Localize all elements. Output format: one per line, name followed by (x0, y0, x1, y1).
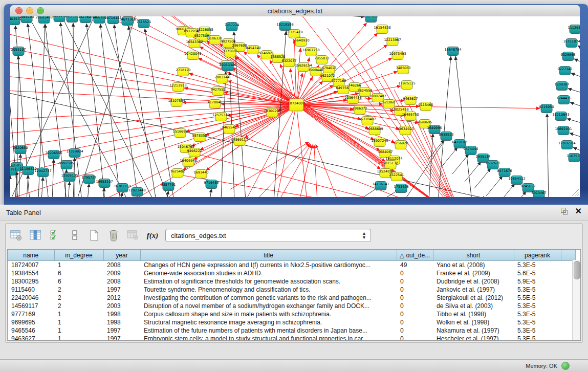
table-selector-dropdown[interactable]: citations_edges.txt ▲▼ (165, 229, 371, 242)
table-cell[interactable]: 22420046 (8, 294, 54, 302)
table-row[interactable]: 1872400712008Changes of HCN gene express… (8, 261, 576, 270)
table-cell[interactable]: 0 (397, 335, 433, 341)
network-edge[interactable] (200, 105, 296, 150)
table-cell[interactable]: 2 (54, 302, 103, 310)
table-cell[interactable]: 1998 (103, 310, 140, 318)
table-cell[interactable]: 2009 (103, 269, 140, 277)
table-cell[interactable]: Structural magnetic resonance image aver… (140, 318, 397, 326)
table-cell[interactable]: 2003 (103, 302, 140, 310)
network-edge[interactable] (404, 141, 444, 197)
table-cell[interactable]: 5.3E-5 (514, 310, 561, 318)
table-row[interactable]: 1938455462009Genome-wide association stu… (8, 269, 576, 277)
network-edge[interactable] (573, 147, 580, 153)
table-cell[interactable]: 1997 (103, 326, 140, 335)
table-cell[interactable]: Investigating the contribution of common… (140, 294, 397, 302)
delete-table-icon[interactable] (126, 229, 140, 242)
table-cell[interactable]: Franke et al. (2009) (433, 269, 514, 277)
show-column-icon[interactable] (29, 229, 42, 242)
close-panel-icon[interactable]: ✕ (575, 208, 582, 215)
network-edge[interactable] (102, 16, 169, 197)
table-cell[interactable]: Genome-wide association studies in ADHD. (140, 269, 397, 277)
table-cell[interactable]: 18724007 (8, 261, 54, 270)
table-cell[interactable]: Corpus callosum shape and size in male p… (140, 310, 397, 318)
network-edge[interactable] (314, 145, 317, 197)
column-header-in_degree[interactable]: in_degree (54, 250, 103, 261)
table-cell[interactable]: Tourette syndrome. Phenomenology and cla… (140, 286, 397, 294)
table-cell[interactable]: 1998 (103, 318, 140, 326)
table-cell[interactable]: 1 (54, 335, 103, 341)
network-edge[interactable] (114, 25, 138, 197)
table-cell[interactable]: Stergiakouli et al. (2012) (433, 294, 514, 302)
table-cell[interactable]: 0 (397, 294, 433, 302)
table-cell[interactable]: Wolkin et al. (1998) (433, 318, 514, 326)
table-cell[interactable]: 1997 (103, 286, 140, 294)
table-row[interactable]: 911546021997Tourette syndrome. Phenomeno… (8, 286, 576, 294)
table-cell[interactable]: 1 (54, 261, 103, 270)
table-cell[interactable]: 0 (397, 286, 433, 294)
table-cell[interactable]: 19384554 (8, 269, 54, 277)
network-edge[interactable] (136, 196, 137, 197)
table-cell[interactable]: 5.3E-5 (514, 286, 561, 294)
table-cell[interactable]: 0 (397, 318, 433, 326)
new-column-icon[interactable] (88, 229, 101, 242)
table-cell[interactable]: 5.9E-5 (514, 277, 561, 286)
table-cell[interactable]: 6 (54, 277, 103, 286)
table-cell[interactable]: 49 (397, 261, 433, 270)
table-cell[interactable]: 14569117 (8, 302, 54, 310)
table-cell[interactable]: 2008 (103, 277, 140, 286)
table-cell[interactable]: 1 (54, 326, 103, 335)
table-row[interactable]: 1456911722003Disruption of a novel membe… (8, 302, 576, 310)
network-edge[interactable] (77, 16, 136, 197)
table-cell[interactable]: 0 (397, 269, 433, 277)
table-cell[interactable]: Hescheler et al. (1997) (433, 335, 514, 341)
table-cell[interactable]: 0 (397, 277, 433, 286)
column-header-short[interactable]: short (433, 250, 514, 261)
network-edge[interactable] (121, 192, 122, 197)
resize-grip-icon[interactable] (572, 189, 579, 196)
network-edge[interactable] (88, 184, 89, 197)
network-edge[interactable] (296, 48, 300, 105)
table-cell[interactable]: 5.3E-5 (514, 261, 561, 270)
table-cell[interactable]: 9463627 (8, 335, 54, 341)
column-header-pagerank[interactable]: pagerank (514, 250, 561, 261)
network-edge[interactable] (41, 177, 43, 197)
network-edge[interactable] (296, 105, 307, 197)
table-cell[interactable]: 0 (397, 302, 433, 310)
table-row[interactable]: 946362711997Embryonic stem cells: a mode… (8, 335, 576, 341)
network-edge[interactable] (10, 105, 296, 120)
table-cell[interactable]: Yano et al. (2008) (433, 261, 514, 270)
table-cell[interactable]: 2 (54, 294, 103, 302)
table-cell[interactable]: Embryonic stem cells: a model to study s… (140, 335, 397, 341)
network-edge[interactable] (128, 26, 156, 197)
network-edge[interactable] (567, 119, 580, 124)
network-window[interactable]: citations_edges.txt 98601238912954182260… (4, 4, 588, 205)
table-cell[interactable]: 9699695 (8, 318, 54, 326)
network-edge[interactable] (316, 144, 338, 197)
network-edge[interactable] (276, 16, 364, 17)
table-cell[interactable]: 5.3E-5 (514, 318, 561, 326)
window-titlebar[interactable]: citations_edges.txt (10, 5, 580, 17)
table-cell[interactable]: 5.3E-5 (514, 326, 561, 335)
table-cell[interactable]: 2008 (103, 261, 140, 270)
network-edge[interactable] (10, 28, 296, 105)
column-header-name[interactable]: name (8, 250, 54, 261)
table-cell[interactable]: Disruption of a novel member of a sodium… (140, 302, 397, 310)
network-edge[interactable] (570, 133, 580, 139)
table-cell[interactable]: 0 (397, 326, 433, 335)
network-edge[interactable] (498, 184, 515, 197)
network-edge[interactable] (145, 29, 174, 197)
table-cell[interactable]: Jankovic et al. (1997) (433, 286, 514, 294)
table-cell[interactable]: 1 (54, 318, 103, 326)
network-edge[interactable] (510, 191, 526, 197)
table-row[interactable]: 969969511998Structural magnetic resonanc… (8, 318, 576, 326)
network-edge[interactable] (571, 73, 580, 79)
network-edge[interactable] (19, 154, 20, 197)
table-cell[interactable]: 0 (397, 310, 433, 318)
network-edge[interactable] (441, 147, 458, 167)
network-edge[interactable] (578, 46, 580, 51)
table-cell[interactable]: 5.3E-5 (514, 335, 561, 341)
row-height-icon[interactable] (68, 229, 81, 242)
table-cell[interactable]: 18300295 (8, 277, 54, 286)
table-cell[interactable]: Changes of HCN gene expression and I(f) … (140, 261, 397, 270)
network-edge[interactable] (452, 154, 469, 174)
